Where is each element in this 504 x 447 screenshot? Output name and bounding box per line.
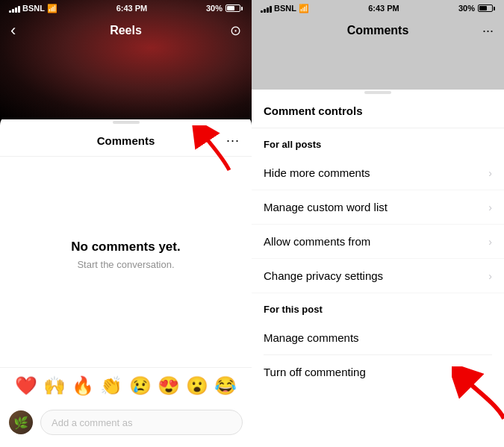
comment-input[interactable]: Add a comment as — [40, 410, 243, 435]
comments-header: Comments ··· — [0, 128, 252, 157]
back-button[interactable]: ‹ — [10, 21, 16, 40]
left-carrier-info: BSNL 📶 — [9, 4, 57, 13]
left-nav-bar: ‹ Reels ⊙ — [0, 16, 252, 45]
battery-percent: 30% — [206, 4, 223, 13]
comment-controls-title: Comment controls — [252, 99, 504, 128]
right-panel: BSNL 📶 6:43 PM 30% Comments ··· Comment … — [252, 0, 504, 447]
reels-title: Reels — [110, 24, 142, 37]
right-background: BSNL 📶 6:43 PM 30% Comments ··· — [252, 0, 504, 90]
manage-custom-word-list-item[interactable]: Manage custom word list › — [252, 190, 504, 225]
left-background: BSNL 📶 6:43 PM 30% ‹ Reels ⊙ — [0, 0, 252, 119]
right-nav-bar: Comments ··· — [252, 16, 504, 45]
wow-emoji[interactable]: 😮 — [186, 375, 208, 396]
right-wifi-icon: 📶 — [299, 4, 309, 13]
sheet-handle — [113, 121, 140, 124]
turn-off-commenting-item[interactable]: Turn off commenting — [252, 355, 504, 389]
laugh-emoji[interactable]: 😂 — [214, 375, 237, 396]
clap-emoji[interactable]: 👏 — [100, 375, 122, 396]
battery-icon — [225, 4, 243, 12]
left-time: 6:43 PM — [116, 4, 148, 13]
turn-off-commenting-text: Turn off commenting — [264, 366, 366, 378]
right-carrier-info: BSNL 📶 — [261, 4, 309, 13]
hide-more-comments-text: Hide more comments — [264, 166, 370, 179]
no-comments-area: No comments yet. Start the conversation. — [0, 157, 252, 367]
right-battery-area: 30% — [458, 4, 495, 13]
comment-input-row: 🌿 Add a comment as — [0, 404, 252, 447]
for-this-post-label: For this post — [252, 293, 504, 321]
input-placeholder-text: Add a comment as — [52, 417, 132, 428]
no-comments-title: No comments yet. — [71, 240, 180, 254]
cry-emoji[interactable]: 😢 — [129, 375, 152, 396]
allow-comments-text: Allow comments from — [264, 235, 370, 248]
comments-title: Comments — [97, 134, 155, 147]
emoji-reactions-row: ❤️ 🙌 🔥 👏 😢 😍 😮 😂 — [0, 367, 252, 404]
right-time: 6:43 PM — [368, 4, 399, 13]
chevron-right-icon-2: › — [488, 201, 492, 213]
camera-icon[interactable]: ⊙ — [230, 22, 241, 39]
right-carrier-name: BSNL — [274, 4, 296, 13]
hide-more-comments-item[interactable]: Hide more comments › — [252, 156, 504, 190]
raised-hands-emoji[interactable]: 🙌 — [43, 375, 66, 396]
right-status-bar: BSNL 📶 6:43 PM 30% — [252, 0, 504, 16]
manage-comments-item[interactable]: Manage comments — [252, 321, 504, 354]
avatar: 🌿 — [9, 410, 33, 434]
right-sheet-handle — [364, 91, 391, 94]
more-options-button[interactable]: ··· — [226, 133, 240, 149]
left-comments-sheet: Comments ··· No comments yet. Start the … — [0, 113, 252, 447]
heart-eyes-emoji[interactable]: 😍 — [158, 375, 180, 396]
signal-icon — [9, 4, 20, 13]
left-panel: BSNL 📶 6:43 PM 30% ‹ Reels ⊙ Comments ··… — [0, 0, 252, 447]
right-battery-percent: 30% — [458, 4, 475, 13]
red-arrow-right — [452, 366, 504, 426]
carrier-name: BSNL — [22, 4, 45, 13]
wifi-icon: 📶 — [47, 4, 57, 13]
heart-emoji[interactable]: ❤️ — [15, 375, 37, 396]
chevron-right-icon: › — [488, 167, 492, 179]
fire-emoji[interactable]: 🔥 — [72, 375, 94, 396]
left-battery-area: 30% — [206, 4, 243, 13]
change-privacy-settings-item[interactable]: Change privacy settings › — [252, 259, 504, 293]
right-more-options-button[interactable]: ··· — [482, 23, 494, 39]
chevron-right-icon-4: › — [488, 270, 492, 282]
right-signal-icon — [261, 4, 272, 13]
right-comment-controls-sheet: Comment controls For all posts Hide more… — [252, 84, 504, 447]
no-comments-subtitle: Start the conversation. — [77, 259, 174, 270]
manage-word-list-text: Manage custom word list — [264, 201, 388, 213]
privacy-settings-text: Change privacy settings — [264, 269, 383, 282]
for-all-posts-label: For all posts — [252, 128, 504, 156]
manage-comments-text: Manage comments — [264, 331, 359, 344]
right-nav-title: Comments — [347, 24, 409, 37]
left-status-bar: BSNL 📶 6:43 PM 30% — [0, 0, 252, 16]
right-battery-icon — [478, 4, 495, 12]
chevron-right-icon-3: › — [488, 236, 492, 248]
allow-comments-from-item[interactable]: Allow comments from › — [252, 225, 504, 259]
